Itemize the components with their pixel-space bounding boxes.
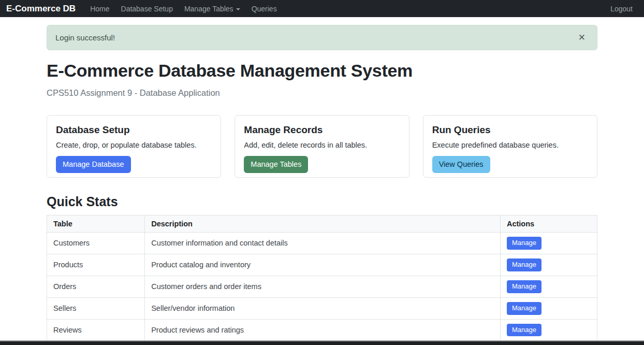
nav-item-manage-tables[interactable]: Manage Tables <box>179 2 245 16</box>
card-description: Create, drop, or populate database table… <box>56 141 212 149</box>
card-manage-records: Manage Records Add, edit, delete records… <box>235 115 409 178</box>
action-cards-row: Database Setup Create, drop, or populate… <box>47 115 597 178</box>
cell-description: Customer information and contact details <box>145 233 501 254</box>
cell-description: Product reviews and ratings <box>145 319 501 341</box>
table-row-sellers: Sellers Seller/vendor information Manage <box>47 297 597 319</box>
quick-stats-table: Table Description Actions Customers Cust… <box>47 215 597 341</box>
cell-table-name: Sellers <box>47 297 145 319</box>
cell-table-name: Products <box>47 254 145 276</box>
footer-bar <box>0 340 644 345</box>
cell-description: Seller/vendor information <box>145 297 501 319</box>
card-description: Execute predefined database queries. <box>432 141 588 149</box>
manage-reviews-button[interactable]: Manage <box>507 324 541 337</box>
view-queries-button[interactable]: View Queries <box>432 156 490 173</box>
table-row-customers: Customers Customer information and conta… <box>47 233 597 254</box>
cell-table-name: Reviews <box>47 319 145 341</box>
table-header-row: Table Description Actions <box>47 215 597 233</box>
caret-down-icon <box>236 8 240 10</box>
quick-stats-heading: Quick Stats <box>47 194 597 209</box>
table-row-reviews: Reviews Product reviews and ratings Mana… <box>47 319 597 341</box>
login-success-alert: Login successful! ✕ <box>47 25 597 50</box>
card-run-queries: Run Queries Execute predefined database … <box>423 115 597 178</box>
navbar-links: Home Database Setup Manage Tables Querie… <box>85 2 282 16</box>
card-database-setup: Database Setup Create, drop, or populate… <box>47 115 221 178</box>
card-description: Add, edit, delete records in all tables. <box>244 141 400 149</box>
alert-message: Login successful! <box>55 33 115 42</box>
nav-item-logout[interactable]: Logout <box>605 2 638 16</box>
column-header-actions: Actions <box>500 215 597 233</box>
page-subtitle: CPS510 Assignment 9 - Database Applicati… <box>47 88 597 98</box>
manage-products-button[interactable]: Manage <box>507 258 541 271</box>
cell-description: Product catalog and inventory <box>145 254 501 276</box>
nav-item-queries[interactable]: Queries <box>246 2 282 16</box>
card-title: Run Queries <box>432 124 588 136</box>
table-row-orders: Orders Customer orders and order items M… <box>47 276 597 297</box>
page-title: E-Commerce Database Management System <box>47 61 597 81</box>
cell-table-name: Customers <box>47 233 145 254</box>
table-row-products: Products Product catalog and inventory M… <box>47 254 597 276</box>
navbar-brand[interactable]: E-Commerce DB <box>6 4 76 14</box>
cell-description: Customer orders and order items <box>145 276 501 297</box>
manage-tables-button[interactable]: Manage Tables <box>244 156 308 173</box>
card-title: Manage Records <box>244 124 400 136</box>
close-icon[interactable]: ✕ <box>575 32 589 43</box>
nav-item-home[interactable]: Home <box>85 2 114 16</box>
nav-item-database-setup[interactable]: Database Setup <box>116 2 178 16</box>
top-navbar: E-Commerce DB Home Database Setup Manage… <box>0 0 644 17</box>
manage-orders-button[interactable]: Manage <box>507 280 541 293</box>
cell-table-name: Orders <box>47 276 145 297</box>
manage-database-button[interactable]: Manage Database <box>56 156 131 173</box>
manage-customers-button[interactable]: Manage <box>507 237 541 250</box>
column-header-description: Description <box>145 215 501 233</box>
nav-item-manage-tables-label: Manage Tables <box>184 5 233 13</box>
column-header-table: Table <box>47 215 145 233</box>
manage-sellers-button[interactable]: Manage <box>507 302 541 315</box>
card-title: Database Setup <box>56 124 212 136</box>
